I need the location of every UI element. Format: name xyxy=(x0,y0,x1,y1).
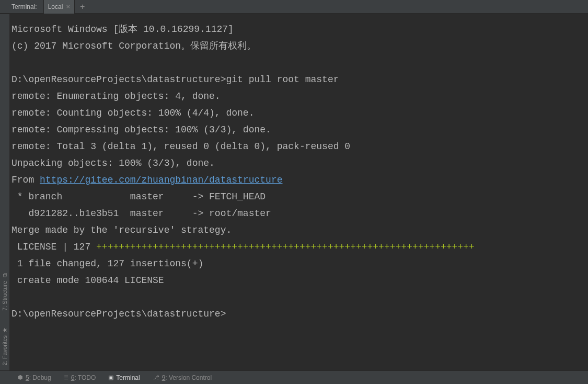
star-icon: ★ xyxy=(2,327,8,332)
list-icon: ≣ xyxy=(64,374,68,381)
bug-icon: ⬢ xyxy=(18,374,23,381)
terminal-tab-local[interactable]: Local × xyxy=(43,0,75,14)
terminal-line: D:\openResourceProjects\datastructure>gi… xyxy=(11,71,586,88)
terminal-line: LICENSE | 127 ++++++++++++++++++++++++++… xyxy=(11,239,586,255)
terminal-line: 1 file changed, 127 insertions(+) xyxy=(11,255,586,272)
close-icon[interactable]: × xyxy=(66,3,70,10)
structure-icon: ⧉ xyxy=(2,273,8,277)
terminal-line: Merge made by the 'recursive' strategy. xyxy=(11,222,586,239)
favorites-tool-button[interactable]: 2: Favorites ★ xyxy=(2,326,8,365)
terminal-line: create mode 100644 LICENSE xyxy=(11,272,586,289)
terminal-tab-bar: Terminal: Local × + xyxy=(0,0,588,14)
terminal-line xyxy=(11,289,586,306)
version-control-tool-button[interactable]: ⎇ 9: Version Control xyxy=(146,371,218,384)
terminal-output[interactable]: Microsoft Windows [版本 10.0.16299.1127] (… xyxy=(9,14,588,370)
terminal-panel-label: Terminal: xyxy=(0,3,43,10)
terminal-line: * branch master -> FETCH_HEAD xyxy=(11,188,586,205)
terminal-icon: ▣ xyxy=(108,374,113,381)
terminal-line: D:\openResourceProjects\datastructure> xyxy=(11,306,586,322)
terminal-line: remote: Enumerating objects: 4, done. xyxy=(11,88,586,105)
bottom-tool-bar: ⬢ 5: Debug ≣ 6: TODO ▣ Terminal ⎇ 9: Ver… xyxy=(0,370,588,384)
tab-label: Local xyxy=(48,3,63,10)
terminal-line: From https://gitee.com/zhuangbinan/datas… xyxy=(11,172,586,188)
terminal-line: remote: Total 3 (delta 1), reused 0 (del… xyxy=(11,138,586,155)
terminal-line: Unpacking objects: 100% (3/3), done. xyxy=(11,155,586,172)
repo-url-link[interactable]: https://gitee.com/zhuangbinan/datastruct… xyxy=(40,175,282,185)
terminal-line: Microsoft Windows [版本 10.0.16299.1127] xyxy=(11,21,586,38)
terminal-line: remote: Counting objects: 100% (4/4), do… xyxy=(11,105,586,121)
todo-tool-button[interactable]: ≣ 6: TODO xyxy=(57,371,102,384)
terminal-tool-button[interactable]: ▣ Terminal xyxy=(102,371,146,384)
diff-additions: ++++++++++++++++++++++++++++++++++++++++… xyxy=(96,242,475,252)
terminal-line: (c) 2017 Microsoft Corporation。保留所有权利。 xyxy=(11,38,586,54)
debug-tool-button[interactable]: ⬢ 5: Debug xyxy=(11,371,57,384)
add-tab-icon[interactable]: + xyxy=(75,2,90,12)
left-tool-gutter: 7: Structure ⧉ 2: Favorites ★ xyxy=(0,14,9,370)
terminal-line xyxy=(11,54,586,71)
structure-tool-button[interactable]: 7: Structure ⧉ xyxy=(2,272,8,311)
terminal-line: remote: Compressing objects: 100% (3/3),… xyxy=(11,121,586,138)
branch-icon: ⎇ xyxy=(153,374,159,381)
terminal-line: d921282..b1e3b51 master -> root/master xyxy=(11,205,586,222)
